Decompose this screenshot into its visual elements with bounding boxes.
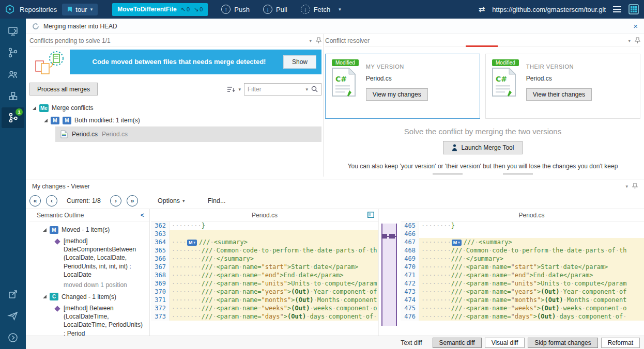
semantic-diff-button[interactable]: Semantic diff [433,338,482,348]
code-line[interactable]: 363 [151,230,378,238]
options-button[interactable]: Options ▾ [158,197,185,204]
outline-changed-group[interactable]: C Changed - 1 item(s) [29,291,149,303]
code-line[interactable]: 367········///·<param·name="start">Start… [151,263,378,271]
find-button[interactable]: Find... [208,197,226,204]
pin-icon[interactable] [632,183,638,189]
outline-changed-item[interactable]: [method] Between (LocalDateTime, LocalDa… [29,304,149,336]
code-line[interactable]: 365········///·Common·code·to·perform·th… [151,246,378,255]
filter-dropdown-icon[interactable]: ▾ [305,87,308,92]
move-to-different-file-button[interactable]: MoveToDifferentFile ↖ 0 ↘ 0 [112,3,208,16]
sidebar-item-send[interactable] [2,306,24,326]
moved-marker-left[interactable] [381,234,387,239]
sidebar-item-branches[interactable] [2,42,24,63]
moved-block-connector[interactable] [381,224,397,326]
repositories-label[interactable]: Repositories [20,6,57,13]
line-number: 472 [401,279,419,288]
code-line[interactable]: 476········///·<param·name="days">(Out)·… [401,312,644,321]
tree-group-label: Both modified: 1 item(s) [74,117,140,124]
moved-marker-badge[interactable]: M▾ [187,240,197,246]
code-text: ········///·<param·name="years">(Out)·Ye… [419,288,644,296]
push-button[interactable]: ↑ Push [221,5,250,14]
tree-root-row[interactable]: Me Merge conflicts [29,102,321,114]
refresh-icon[interactable] [32,23,39,30]
panel-dropdown-icon[interactable]: ▾ [625,184,628,189]
next-change-button[interactable]: › [110,195,121,207]
visual-diff-button[interactable]: Visual diff [485,338,525,348]
code-line[interactable]: 373········///·<param·name="days">(Out)·… [151,312,378,321]
code-line[interactable]: 468········///·Common·code·to·perform·th… [401,246,644,255]
code-line[interactable]: 370········///·<param·name="years">(Out)… [151,288,378,296]
gmaster-logo-icon[interactable] [5,5,14,14]
conflict-file-row[interactable]: Period.cs Period.cs [55,126,321,142]
code-line[interactable]: 470········///·<param·name="start">Start… [401,263,644,271]
code-line[interactable]: 366········///·</summary> [151,255,378,263]
my-version-card[interactable]: Modified C# MY VERSION Period.cs View my… [325,54,480,119]
code-line[interactable]: 368········///·<param·name="end">End·dat… [151,271,378,279]
filter-input[interactable]: Filter ▾ [244,83,321,96]
code-line[interactable]: 465········} [401,221,644,230]
pin-icon[interactable] [316,37,321,44]
code-line[interactable]: 473········///·<param·name="years">(Out)… [401,288,644,296]
panel-dropdown-icon[interactable]: ▾ [309,38,312,43]
moved-badge: M [50,226,58,234]
menu-icon[interactable] [613,6,621,12]
fetch-button[interactable]: ↓ Fetch [301,5,331,14]
their-version-card[interactable]: Modified C# THEIR VERSION Period.cs View… [485,54,640,119]
code-line[interactable]: 372········///·<param·name="weeks">(Out)… [151,304,378,312]
panel-dropdown-icon[interactable]: ▾ [628,38,631,43]
expander-icon[interactable] [33,106,36,110]
sort-dropdown-icon[interactable]: ▾ [238,87,241,92]
previous-change-button[interactable]: ‹ [46,195,57,207]
outline-moved-item[interactable]: [method] DateComponentsBetween (LocalDat… [29,237,149,289]
launch-merge-tool-button[interactable]: Launch Merge Tool [443,141,523,154]
last-change-button[interactable]: » [127,195,138,207]
code-text: ········///·<param·name="end">End·date</… [419,271,644,279]
text-diff-label[interactable]: Text diff [401,339,422,346]
sync-icon[interactable]: ⇄ [479,5,485,14]
expander-icon[interactable] [43,228,47,232]
sidebar-item-checkin[interactable] [2,284,24,305]
code-line[interactable]: 362········} [151,221,378,230]
code-line[interactable]: 474········///·<param·name="months">(Out… [401,296,644,304]
code-line[interactable]: 469········///·</summary> [401,255,644,263]
expander-icon[interactable] [44,119,48,122]
code-line[interactable]: 364····M▾///·<summary> [151,238,378,246]
sidebar-item-merge[interactable]: 1 [2,107,24,128]
sidebar-expand-button[interactable] [2,327,24,348]
view-their-changes-button[interactable]: View their changes [526,88,592,101]
code-line[interactable]: 471········///·<param·name="end">End·dat… [401,271,644,279]
moved-group-label: Moved - 1 item(s) [62,226,110,233]
show-button[interactable]: Show [283,55,316,69]
code-line[interactable]: 472········///·<param·name="units">Units… [401,279,644,288]
view-my-changes-button[interactable]: View my changes [366,88,428,101]
code-line[interactable]: 467········M▾///·<summary> [401,238,644,246]
board-icon[interactable] [367,212,374,218]
tree-group-row[interactable]: M M Both modified: 1 item(s) [29,114,321,126]
code-line[interactable]: 369········///·<param·name="units">Units… [151,279,378,288]
pull-button[interactable]: ↓ Pull [263,5,287,14]
process-all-merges-button[interactable]: Process all merges [29,83,98,96]
collapse-outline-button[interactable]: < [141,212,144,219]
code-line[interactable]: 466 [401,230,644,238]
fetch-dropdown-icon[interactable]: ▾ [339,7,341,12]
code-line[interactable]: 371········///·<param·name="months">(Out… [151,296,378,304]
moved-marker-right[interactable] [389,234,395,239]
close-icon[interactable]: × [633,22,638,30]
search-icon[interactable] [311,86,318,92]
repo-url[interactable]: https://github.com/gmasterscm/tour.git [492,6,606,13]
pin-icon[interactable] [635,37,640,44]
sidebar-item-workspace-explorer[interactable] [2,21,24,41]
repo-tab[interactable]: tour ▾ [62,4,98,15]
expander-icon[interactable] [43,295,47,298]
line-number: 469 [401,255,419,263]
outline-moved-group[interactable]: M Moved - 1 item(s) [29,224,149,236]
sidebar-item-shelves[interactable] [2,86,24,106]
sort-icon[interactable] [227,86,235,93]
code-line[interactable]: 475········///·<param·name="weeks">(Out)… [401,304,644,312]
skip-format-changes-button[interactable]: Skip format changes [528,338,597,348]
moved-marker-badge[interactable]: M▾ [452,240,462,246]
grid-icon[interactable] [628,4,639,14]
first-change-button[interactable]: « [29,195,41,207]
sidebar-item-collaborators[interactable] [2,64,24,85]
reformat-button[interactable]: Reformat [601,338,640,348]
